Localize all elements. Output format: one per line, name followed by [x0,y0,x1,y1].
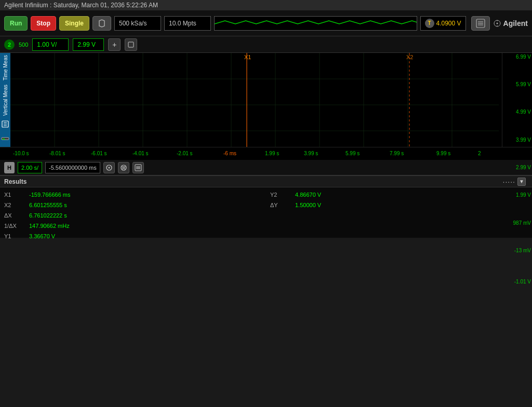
scope-outer: Time Meas Vertical Meas [0,53,532,238]
memory-depth-display: 10.0 Mpts [164,16,211,31]
result-label: Y2 [270,192,291,198]
scale-label-3: 3.99 V [516,137,531,143]
svg-rect-16 [3,139,5,140]
result-row: ΔX6.761022222 s [4,210,262,221]
channel-bar: 2 500 1.00 V/ 2.99 V + [0,36,532,53]
run-button[interactable]: Run [4,16,28,31]
result-value: 6.761022222 s [29,212,67,219]
result-row: X1-159.766666 ms [4,189,262,200]
scale-label-7: -13 mV [514,248,531,253]
settings-button[interactable] [471,16,490,31]
zoom-button[interactable] [0,132,10,147]
single-button[interactable]: Single [59,16,89,31]
svg-text:-10.0 s: -10.0 s [13,151,29,156]
trigger-display: T 4.0900 V [420,16,466,31]
result-label: X2 [4,202,25,208]
ch-scale-display[interactable]: 1.00 V/ [32,38,69,51]
results-right-col: Y24.86670 VΔY1.50000 V [266,187,532,238]
trigger-T-badge: T [425,19,434,28]
sample-rate-display: 500 kSa/s [114,16,161,31]
time-meas-label[interactable]: Time Meas [2,53,9,83]
scope-grid: X1 X2 -Y2 -Y1 [10,53,502,147]
results-body: X1-159.766666 msX26.601255555 sΔX6.76102… [0,187,532,238]
result-value: 6.601255555 s [29,202,67,208]
scale-label-8: -1.01 V [514,279,531,284]
scope-and-scale: Time Meas Vertical Meas [0,53,532,147]
result-label: 1/ΔX [4,223,25,229]
delay-button[interactable] [118,162,129,173]
measurements-button[interactable] [0,118,10,132]
scale-label-5: 1.99 V [516,192,531,198]
bottom-controls: H 2.00 s/ -5.5600000000 ms [0,160,532,175]
horizontal-button[interactable]: H [4,162,15,173]
svg-text:-2.01 s: -2.01 s [177,151,193,156]
title-bar: Agilent Infiniium : Saturday, March 01, … [0,0,532,10]
result-value: 4.86670 V [295,192,321,198]
result-value: 147.90662 mHz [29,223,70,229]
results-panel: Results ····· ▼ X1-159.766666 msX26.6012… [0,175,532,238]
results-header: Results ····· ▼ [0,176,532,187]
svg-text:-8.01 s: -8.01 s [49,151,65,156]
svg-text:X1: X1 [244,54,251,60]
right-scale: 6.99 V 5.99 V 4.99 V 3.99 V 2.99 V 1.99 … [502,53,532,147]
svg-text:2: 2 [478,151,481,156]
ch-options-button[interactable] [125,38,137,51]
results-expand-button[interactable]: ▼ [517,178,526,186]
result-row: ΔY1.50000 V [270,200,528,210]
result-label: X1 [4,192,25,198]
vertical-meas-label[interactable]: Vertical Meas [2,83,9,118]
svg-text:5.99 s: 5.99 s [345,151,360,156]
scale-label-4: 2.99 V [516,165,531,170]
time-scale-display[interactable]: 2.00 s/ [18,162,42,173]
result-row: 1/ΔX147.90662 mHz [4,221,262,231]
time-axis-svg: -10.0 s -8.01 s -6.01 s -4.01 s -2.01 s … [10,147,532,160]
settings2-button[interactable] [132,162,144,173]
scale-label-6: 987 mV [513,220,531,226]
left-sidebar: Time Meas Vertical Meas [0,53,10,147]
svg-text:9.99 s: 9.99 s [436,151,450,156]
result-row: Y24.86670 V [270,189,528,200]
svg-text:-4.01 s: -4.01 s [132,151,149,156]
results-title: Results [4,178,26,185]
title-text: Agilent Infiniium : Saturday, March 01, … [4,2,158,9]
time-offset-display[interactable]: -5.5600000000 ms [45,162,100,173]
zoom-circle-button[interactable] [103,162,115,173]
results-dots: ····· [503,178,515,186]
auto-scale-button[interactable] [92,16,111,31]
svg-point-7 [496,22,498,24]
svg-text:-6.01 s: -6.01 s [91,151,107,156]
ch-add-button[interactable]: + [108,38,121,51]
scale-label-1: 5.99 V [516,82,531,87]
stop-button[interactable]: Stop [31,16,56,31]
svg-text:-6 ms: -6 ms [223,151,236,156]
scale-label-2: 4.99 V [516,109,531,115]
result-value: 3.36670 V [29,233,55,239]
scope-display: X1 X2 -Y2 -Y1 [10,53,502,147]
svg-rect-10 [128,42,134,47]
result-value: 1.50000 V [295,202,321,208]
ch-scale-label: 500 [19,42,28,48]
ch-offset-display[interactable]: 2.99 V [73,38,104,51]
result-label: ΔX [4,212,25,219]
svg-text:3.99 s: 3.99 s [304,151,318,156]
result-label: Y1 [4,233,25,239]
result-label: ΔY [270,202,291,208]
scale-label-0: 6.99 V [516,54,531,60]
results-left-col: X1-159.766666 msX26.601255555 sΔX6.76102… [0,187,266,238]
svg-text:X2: X2 [406,54,413,60]
toolbar: Run Stop Single 500 kSa/s 10.0 Mpts T 4.… [0,10,532,36]
waveform-preview [214,16,417,31]
ch2-badge: 2 [4,39,15,50]
svg-text:7.99 s: 7.99 s [390,151,404,156]
result-row: X26.601255555 s [4,200,262,210]
result-value: -159.766666 ms [29,192,71,198]
time-axis: -10.0 s -8.01 s -6.01 s -4.01 s -2.01 s … [0,147,532,160]
result-row: Y13.36670 V [4,231,262,241]
svg-text:1.99 s: 1.99 s [265,151,279,156]
agilent-logo: Agilent [493,19,528,28]
